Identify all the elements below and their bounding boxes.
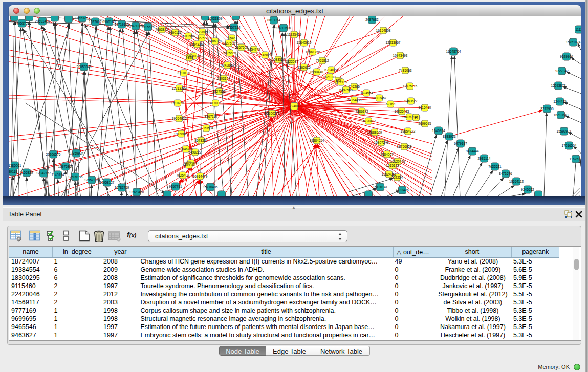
svg-text:16961758: 16961758	[306, 50, 320, 54]
svg-text:1640954: 1640954	[432, 129, 445, 133]
svg-text:9890: 9890	[186, 56, 193, 59]
svg-text:1156829: 1156829	[20, 171, 33, 174]
svg-text:9227342: 9227342	[555, 69, 569, 73]
svg-text:15807249: 15807249	[374, 141, 389, 144]
svg-text:7515526: 7515526	[141, 25, 155, 29]
svg-text:252254: 252254	[391, 176, 403, 179]
svg-text:12975115: 12975115	[403, 84, 418, 88]
svg-text:1588520: 1588520	[272, 58, 285, 61]
svg-text:2935114: 2935114	[478, 157, 491, 160]
svg-text:7955812: 7955812	[316, 59, 329, 62]
svg-text:16543362: 16543362	[190, 42, 205, 46]
svg-text:16782759: 16782759	[115, 186, 129, 189]
svg-text:9115460: 9115460	[419, 106, 431, 110]
svg-text:1610755: 1610755	[171, 101, 184, 105]
svg-text:1409948: 1409948	[182, 163, 195, 167]
svg-text:19218506: 19218506	[276, 26, 291, 30]
svg-text:2803144: 2803144	[217, 77, 230, 80]
svg-text:1733426: 1733426	[396, 188, 409, 192]
svg-text:10807467: 10807467	[372, 96, 387, 100]
svg-text:17359934: 17359934	[69, 151, 84, 155]
svg-text:19654923: 19654923	[401, 129, 416, 133]
svg-text:9474444: 9474444	[466, 149, 479, 153]
svg-text:1112: 1112	[575, 28, 581, 31]
svg-text:16120746: 16120746	[390, 160, 405, 163]
svg-text:2718120: 2718120	[177, 71, 190, 75]
svg-text:16210643: 16210643	[554, 113, 569, 117]
svg-text:8990448: 8990448	[310, 70, 323, 74]
svg-text:7625402: 7625402	[176, 173, 189, 177]
svg-text:84: 84	[414, 116, 418, 119]
svg-text:9146821: 9146821	[258, 53, 272, 57]
svg-text:10975867: 10975867	[58, 165, 73, 168]
svg-text:8678334: 8678334	[194, 139, 208, 142]
svg-text:11353594: 11353594	[199, 126, 214, 130]
svg-text:9327503: 9327503	[195, 36, 208, 40]
svg-text:20053346: 20053346	[77, 65, 92, 69]
svg-text:10958127: 10958127	[100, 181, 115, 184]
svg-text:19384554: 19384554	[310, 139, 324, 142]
svg-text:1145194: 1145194	[52, 173, 64, 177]
svg-text:7663822: 7663822	[155, 28, 168, 31]
svg-text:62160: 62160	[386, 102, 395, 106]
svg-text:1527602: 1527602	[89, 20, 102, 24]
svg-text:2087682: 2087682	[365, 18, 379, 21]
svg-text:19756928: 19756928	[397, 145, 412, 148]
svg-text:10719155: 10719155	[115, 23, 129, 26]
svg-text:14055724: 14055724	[15, 21, 30, 25]
svg-text:12093873: 12093873	[551, 84, 566, 87]
svg-text:7357224: 7357224	[227, 26, 241, 29]
svg-text:6479197: 6479197	[454, 142, 467, 145]
svg-text:16914479: 16914479	[193, 174, 208, 178]
svg-text:7632621: 7632621	[488, 165, 502, 168]
svg-text:9242848: 9242848	[221, 63, 234, 67]
svg-text:1362615: 1362615	[297, 65, 311, 69]
svg-text:9657791: 9657791	[169, 185, 182, 188]
svg-text:15640910: 15640910	[297, 41, 312, 45]
svg-text:7386372: 7386372	[355, 110, 368, 113]
svg-text:17016504: 17016504	[562, 144, 577, 147]
svg-text:15136141: 15136141	[373, 185, 388, 189]
svg-text:8186328: 8186328	[208, 39, 222, 43]
svg-text:16648764: 16648764	[446, 50, 461, 53]
svg-text:6497568: 6497568	[339, 88, 353, 92]
svg-text:25300275: 25300275	[265, 112, 280, 115]
svg-text:12923468: 12923468	[129, 190, 144, 194]
svg-text:1621072: 1621072	[323, 75, 336, 79]
svg-text:20206576: 20206576	[46, 152, 61, 156]
svg-text:9777169: 9777169	[334, 80, 347, 84]
svg-text:8912954: 8912954	[182, 34, 195, 38]
svg-text:7485063: 7485063	[399, 69, 412, 72]
svg-text:15751074: 15751074	[566, 40, 581, 44]
svg-text:10025433: 10025433	[395, 110, 409, 113]
svg-text:20691406: 20691406	[35, 19, 50, 23]
svg-text:20364436: 20364436	[347, 98, 362, 102]
svg-text:10688609: 10688609	[367, 130, 382, 134]
svg-text:8427552: 8427552	[212, 90, 226, 93]
svg-text:15592971: 15592971	[557, 129, 572, 133]
svg-text:8267110: 8267110	[205, 115, 217, 118]
svg-text:11325419: 11325419	[287, 33, 302, 36]
svg-text:9529966: 9529966	[560, 55, 573, 58]
svg-text:39119: 39119	[9, 170, 17, 173]
svg-text:2867608: 2867608	[235, 46, 248, 49]
svg-text:10973493: 10973493	[393, 54, 408, 57]
svg-text:17957275: 17957275	[84, 178, 99, 182]
svg-text:10653267: 10653267	[75, 16, 90, 20]
svg-text:1615132: 1615132	[386, 164, 399, 167]
svg-text:15720407: 15720407	[361, 119, 376, 123]
svg-text:1385061: 1385061	[9, 164, 21, 167]
svg-text:12213967: 12213967	[386, 41, 401, 45]
svg-text:5875685: 5875685	[223, 51, 236, 55]
svg-text:19166827: 19166827	[174, 132, 189, 136]
svg-text:10654112: 10654112	[509, 180, 524, 183]
svg-text:9327505: 9327505	[222, 41, 235, 45]
svg-text:1244415: 1244415	[553, 100, 567, 103]
svg-text:5322037: 5322037	[285, 60, 298, 63]
svg-text:1546: 1546	[228, 36, 236, 40]
svg-text:8660123: 8660123	[168, 31, 182, 34]
svg-text:6966160: 6966160	[102, 20, 116, 24]
svg-text:12942757: 12942757	[36, 171, 51, 175]
svg-text:9463627: 9463627	[404, 99, 418, 103]
svg-text:8454749: 8454749	[247, 48, 260, 51]
